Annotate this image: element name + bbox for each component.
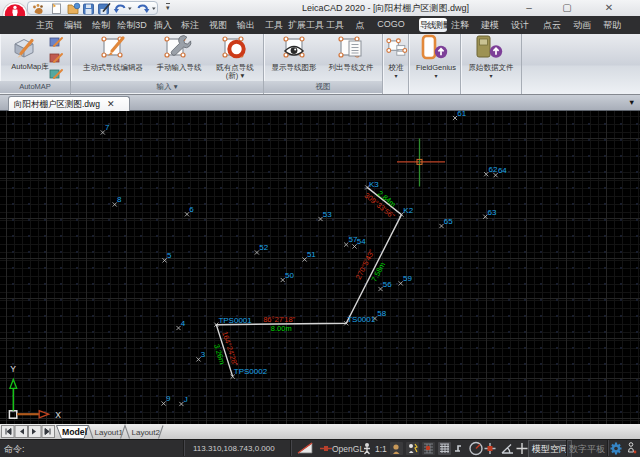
svg-text:65: 65 bbox=[444, 217, 453, 226]
svg-text:J: J bbox=[184, 395, 188, 404]
svg-text:9: 9 bbox=[166, 394, 171, 403]
svg-text:Y: Y bbox=[10, 364, 16, 374]
svg-text:TS0001: TS0001 bbox=[347, 315, 376, 324]
svg-text:59: 59 bbox=[403, 274, 412, 283]
svg-text:3: 3 bbox=[201, 350, 206, 359]
svg-text:7: 7 bbox=[105, 123, 110, 132]
svg-text:K2: K2 bbox=[403, 206, 413, 215]
svg-text:TPS0001: TPS0001 bbox=[218, 316, 252, 325]
svg-text:8.00m: 8.00m bbox=[271, 324, 292, 333]
svg-text:64: 64 bbox=[498, 166, 507, 175]
svg-text:Model: Model bbox=[62, 427, 87, 437]
svg-text:61: 61 bbox=[457, 111, 466, 118]
svg-text:6: 6 bbox=[189, 205, 194, 214]
svg-text:TPS0002: TPS0002 bbox=[234, 367, 268, 376]
svg-text:51: 51 bbox=[307, 250, 316, 259]
svg-text:62: 62 bbox=[489, 165, 498, 174]
svg-text:56: 56 bbox=[383, 280, 392, 289]
svg-text:4: 4 bbox=[181, 319, 186, 328]
svg-text:8: 8 bbox=[117, 195, 122, 204]
svg-text:5: 5 bbox=[167, 251, 172, 260]
svg-text:86°27'18": 86°27'18" bbox=[263, 315, 295, 324]
svg-text:Layout2: Layout2 bbox=[132, 428, 161, 437]
svg-text:58: 58 bbox=[377, 309, 386, 318]
svg-text:50: 50 bbox=[285, 271, 294, 280]
svg-text:52: 52 bbox=[259, 243, 268, 252]
svg-text:54: 54 bbox=[357, 237, 366, 246]
svg-text:63: 63 bbox=[488, 208, 497, 217]
svg-text:53: 53 bbox=[323, 210, 332, 219]
svg-text:Layout1: Layout1 bbox=[95, 428, 124, 437]
svg-text:K3: K3 bbox=[369, 180, 379, 189]
svg-text:X: X bbox=[55, 410, 61, 420]
